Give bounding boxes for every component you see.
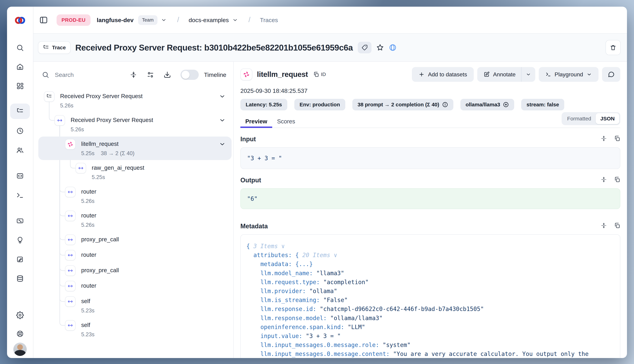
- collapse-section-icon[interactable]: [601, 222, 607, 230]
- evals-icon[interactable]: [16, 217, 24, 225]
- copy-id-button[interactable]: ID: [313, 72, 326, 78]
- sidebar-item-tracing[interactable]: [10, 104, 30, 119]
- breadcrumb-section[interactable]: Traces: [260, 17, 278, 24]
- generation-icon: [240, 68, 252, 80]
- user-avatar[interactable]: [13, 342, 27, 356]
- copy-section-icon[interactable]: [614, 222, 620, 230]
- tree-item-router[interactable]: router5.26s: [33, 187, 233, 206]
- public-globe-button[interactable]: [389, 44, 397, 52]
- insights-icon[interactable]: [16, 236, 24, 244]
- json-line: llm.response.model: "ollama/llama3": [246, 314, 614, 322]
- json-line: llm.response.id: "chatcmpl-d96622c0-c642…: [246, 304, 614, 314]
- metadata-section-label: Metadata: [240, 222, 268, 230]
- tab-preview[interactable]: Preview: [240, 115, 272, 128]
- playground-icon[interactable]: [16, 191, 24, 199]
- breadcrumb-separator: /: [177, 16, 179, 24]
- top-navigation-bar: PROD-EU langfuse-dev Team / docs-example…: [33, 7, 627, 34]
- json-line: input.value: "3 + 3 = ": [246, 332, 614, 340]
- datasets-icon[interactable]: [16, 172, 24, 180]
- json-line: metadata: {...}: [246, 260, 614, 268]
- users-icon[interactable]: [16, 146, 24, 154]
- metric-badge: Latency: 5.25s: [240, 99, 287, 110]
- span-icon: [65, 250, 76, 260]
- prompts-icon[interactable]: [16, 256, 24, 263]
- support-icon[interactable]: [16, 330, 24, 338]
- tree-item-self[interactable]: self5.23s: [33, 320, 233, 339]
- dashboard-icon[interactable]: [16, 82, 24, 90]
- copy-section-icon[interactable]: [614, 176, 620, 184]
- json-line: llm.request.type: "acompletion": [246, 278, 614, 286]
- database-icon[interactable]: [16, 275, 24, 282]
- annotate-dropdown-chevron[interactable]: [522, 67, 535, 82]
- tab-scores[interactable]: Scores: [272, 115, 300, 128]
- delete-trace-button[interactable]: [605, 40, 621, 55]
- span-icon: [65, 210, 76, 221]
- project-chevron-icon[interactable]: [232, 17, 238, 23]
- tree-settings-icon[interactable]: [147, 71, 154, 78]
- tree-item-raw_gen_ai_request[interactable]: raw_gen_ai_request5.25s: [33, 163, 233, 182]
- search-icon[interactable]: [16, 44, 24, 52]
- langfuse-logo[interactable]: [14, 14, 26, 28]
- output-value: "6": [240, 188, 620, 209]
- collapse-section-icon[interactable]: [601, 176, 607, 184]
- tree-item-Received Proxy Server Request[interactable]: Received Proxy Server Request5.26s: [33, 91, 233, 110]
- json-line: llm.input_messages.0.message.role: "syst…: [246, 340, 614, 350]
- metric-badge[interactable]: 38 prompt → 2 completion (Σ 40): [352, 99, 453, 110]
- expand-chevron-icon[interactable]: [219, 93, 226, 101]
- span-icon: [65, 234, 76, 245]
- environment-badge: PROD-EU: [57, 14, 91, 26]
- sessions-icon[interactable]: [16, 127, 24, 135]
- json-line: attributes: { 20 Items ∨: [246, 250, 614, 260]
- download-icon[interactable]: [164, 71, 171, 78]
- org-type-badge: Team: [138, 15, 157, 25]
- tree-item-self[interactable]: self5.23s: [33, 296, 233, 315]
- project-name[interactable]: docs-examples: [188, 17, 229, 24]
- settings-icon[interactable]: [16, 311, 24, 319]
- expand-chevron-icon[interactable]: [219, 117, 226, 125]
- collapse-all-icon[interactable]: [130, 71, 137, 78]
- view-json[interactable]: JSON: [596, 113, 619, 124]
- annotate-split-button: Annotate: [477, 67, 535, 82]
- icon-sidebar: [7, 7, 33, 358]
- generation-icon: [65, 139, 76, 150]
- span-icon: [65, 320, 76, 331]
- metadata-json-viewer: { 3 Items ∨attributes: { 20 Items ∨metad…: [240, 234, 620, 358]
- view-formatted[interactable]: Formatted: [563, 113, 596, 124]
- trace-header-bar: Trace Received Proxy Server Request: b30…: [33, 34, 627, 62]
- tree-item-proxy_pre_call[interactable]: proxy_pre_call: [33, 265, 233, 276]
- tag-button[interactable]: [358, 42, 371, 53]
- observation-timestamp: 2025-09-30 18:48:25.537: [240, 88, 620, 94]
- home-icon[interactable]: [16, 63, 24, 70]
- view-mode-toggle: Formatted JSON: [562, 112, 620, 125]
- tree-item-Received Proxy Server Request[interactable]: Received Proxy Server Request5.26s: [33, 115, 233, 134]
- tree-search-icon[interactable]: [42, 71, 49, 78]
- json-line: { 3 Items ∨: [246, 242, 614, 250]
- tree-search-input[interactable]: Search: [55, 72, 74, 78]
- tree-item-router[interactable]: router: [33, 250, 233, 260]
- tree-item-litellm_request[interactable]: litellm_request5.25s38 → 2 (Σ 40): [33, 139, 233, 158]
- collapse-section-icon[interactable]: [601, 135, 607, 143]
- trace-tree-panel: Search Timeline Received Proxy Server Re…: [33, 62, 234, 358]
- span-icon: [65, 296, 76, 307]
- expand-chevron-icon[interactable]: [219, 141, 226, 149]
- metric-badge: stream: false: [521, 99, 564, 110]
- playground-button[interactable]: Playground: [539, 67, 598, 82]
- span-icon: [65, 281, 76, 291]
- observation-title: litellm_request: [257, 70, 308, 79]
- observation-badges: Latency: 5.25sEnv: production38 prompt →…: [240, 99, 620, 110]
- sidebar-toggle-icon[interactable]: [39, 16, 48, 24]
- tree-item-router[interactable]: router: [33, 281, 233, 291]
- observation-detail-panel: litellm_request ID Add to datasets: [234, 62, 627, 358]
- add-to-datasets-button[interactable]: Add to datasets: [412, 67, 474, 82]
- detail-tabs: Preview Scores Formatted JSON: [240, 115, 620, 128]
- timeline-toggle[interactable]: [180, 70, 199, 80]
- tree-item-proxy_pre_call[interactable]: proxy_pre_call: [33, 234, 233, 245]
- org-chevron-icon[interactable]: [161, 17, 167, 23]
- tree-item-router[interactable]: router5.26s: [33, 210, 233, 230]
- copy-section-icon[interactable]: [614, 135, 620, 143]
- annotate-button[interactable]: Annotate: [477, 67, 521, 82]
- star-button[interactable]: [376, 44, 384, 52]
- metric-badge[interactable]: ollama/llama3: [460, 99, 514, 110]
- org-name[interactable]: langfuse-dev: [97, 17, 134, 24]
- comments-button[interactable]: [602, 67, 620, 82]
